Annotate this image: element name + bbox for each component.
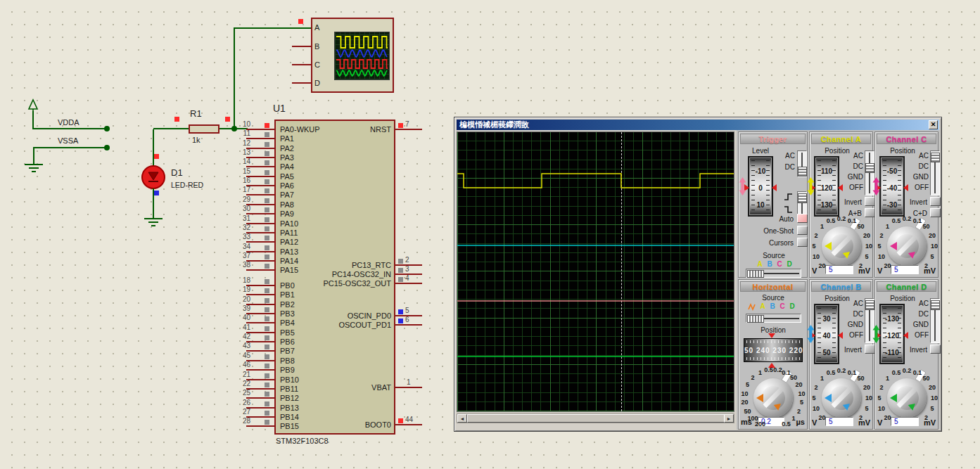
coupling-option-AC: AC <box>832 300 863 307</box>
position-adjust-arrows-icon[interactable] <box>807 325 815 343</box>
channel-button-invert[interactable] <box>865 197 875 206</box>
trigger-coupling-switch[interactable] <box>797 150 807 177</box>
pin-state-marker <box>265 392 269 397</box>
slider-thumb[interactable] <box>747 315 764 323</box>
scale-value[interactable]: 5 <box>825 265 853 274</box>
waveform-icon <box>748 303 757 311</box>
pin-stub <box>246 185 274 186</box>
source-channel-D[interactable]: D <box>785 260 794 268</box>
pin-label: BOOT0 <box>281 420 391 429</box>
switch-thumb[interactable] <box>798 193 807 203</box>
knob-scale-label: 0.2 <box>837 215 846 222</box>
position-adjust-arrows-icon[interactable] <box>872 177 880 195</box>
led-part: LED-RED <box>171 181 203 189</box>
pin-state-marker <box>265 142 269 147</box>
pin-number: 44 <box>405 416 421 423</box>
horizontal-source-slider[interactable] <box>746 314 801 323</box>
trigger-button-one-shot[interactable] <box>797 226 808 235</box>
led-d1[interactable] <box>141 165 165 189</box>
pin-state-marker <box>398 123 403 128</box>
power-symbol-icon[interactable] <box>26 98 40 113</box>
source-channel-B[interactable]: B <box>768 302 777 310</box>
pin-number: 11 <box>224 129 250 137</box>
source-channel-A[interactable]: A <box>756 260 764 268</box>
source-channel-B[interactable]: B <box>765 260 774 268</box>
pin-label: PA7 <box>280 191 294 199</box>
pin-number: 19 <box>224 285 250 293</box>
source-channel-C[interactable]: C <box>778 302 787 310</box>
slider-thumb[interactable] <box>747 270 764 278</box>
knob-scale-label: 0.1 <box>848 217 857 224</box>
scale-value[interactable]: 5 <box>825 417 853 426</box>
pin-label: PA8 <box>280 200 294 209</box>
switch-thumb[interactable] <box>798 167 807 176</box>
pin-state-marker <box>265 326 269 331</box>
channel-button-a+b[interactable] <box>865 208 875 217</box>
close-icon[interactable]: ✕ <box>929 120 938 129</box>
scroll-right-icon[interactable]: ► <box>724 414 734 423</box>
channel-title: Channel D <box>877 281 936 292</box>
wire <box>33 148 34 164</box>
pin-state-marker <box>398 309 403 314</box>
source-channel-D[interactable]: D <box>788 302 796 310</box>
switch-thumb[interactable] <box>865 300 874 310</box>
position-adjust-arrows-icon[interactable] <box>872 325 880 343</box>
mini-waveforms <box>335 32 389 79</box>
pin-state-marker <box>265 279 269 284</box>
pin-number: 33 <box>224 233 250 240</box>
coupling-option-OFF: OFF <box>898 331 929 339</box>
knob-scale-label: 10 <box>865 243 872 250</box>
channel-button-c+d[interactable] <box>930 208 941 217</box>
logic-state-marker <box>154 191 159 195</box>
switch-thumb[interactable] <box>931 153 940 162</box>
rising-edge-icon <box>784 193 793 201</box>
trigger-level-slider[interactable]: -10 0 10 <box>748 156 773 217</box>
knob-scale-label: 20 <box>884 262 891 269</box>
ground-icon <box>148 221 158 223</box>
pin-stub <box>246 166 274 167</box>
horizontal-position-display[interactable]: 50 240 230 220 <box>744 338 803 362</box>
switch-thumb[interactable] <box>865 163 874 173</box>
pin-number: 17 <box>224 186 250 193</box>
knob-scale-label: 0.2 <box>903 215 912 222</box>
net-label-vssa: VSSA <box>58 136 78 145</box>
scroll-left-icon[interactable]: ◄ <box>457 414 467 423</box>
timebase-right-unit: µs <box>796 418 805 426</box>
pin-stub <box>395 324 422 326</box>
switch-thumb[interactable] <box>931 300 940 310</box>
trigger-button-cursors[interactable] <box>797 238 808 247</box>
scrollbar-thumb[interactable] <box>467 414 725 423</box>
source-channel-C[interactable]: C <box>775 260 784 268</box>
channel-button-invert[interactable] <box>865 345 875 354</box>
pin-number: 32 <box>224 224 250 231</box>
position-tick: 50 <box>822 349 830 356</box>
pin-state-marker <box>398 268 403 273</box>
coupling-switch[interactable] <box>930 298 940 343</box>
position-adjust-arrows-icon[interactable] <box>807 177 815 195</box>
pin-number: 46 <box>224 361 250 368</box>
knob-scale-label: 0.1 <box>913 217 922 224</box>
scale-value[interactable]: 5 <box>891 265 919 274</box>
scale-value[interactable]: 5 <box>891 417 919 426</box>
coupling-switch[interactable] <box>930 150 940 195</box>
knob-scale-label: 20 <box>818 262 825 269</box>
display-scrollbar[interactable]: ◄ ► <box>457 413 734 423</box>
channel-button-invert[interactable] <box>930 197 941 206</box>
ground-icon <box>29 167 39 169</box>
pin-number: 4 <box>405 274 421 282</box>
trigger-source-slider[interactable] <box>746 269 801 278</box>
position-pointer-icon <box>768 333 775 338</box>
trigger-button-auto[interactable] <box>797 214 808 223</box>
pin-state-marker <box>265 316 269 321</box>
level-adjust-arrows-icon[interactable] <box>739 177 746 195</box>
knob-scale-label: 10 <box>798 390 805 397</box>
window-titlebar[interactable]: 楄模惛祴楣莪鑻潤敳 ✕ <box>457 120 939 130</box>
resistor-r1[interactable] <box>189 124 219 134</box>
channel-button-invert[interactable] <box>930 345 941 354</box>
mini-wave <box>336 70 387 76</box>
pin-state-marker <box>265 373 269 378</box>
source-channel-A[interactable]: A <box>758 302 767 310</box>
slider-pointer-icon <box>772 184 777 191</box>
ground-icon <box>151 225 155 226</box>
pin-state-marker <box>265 179 269 184</box>
